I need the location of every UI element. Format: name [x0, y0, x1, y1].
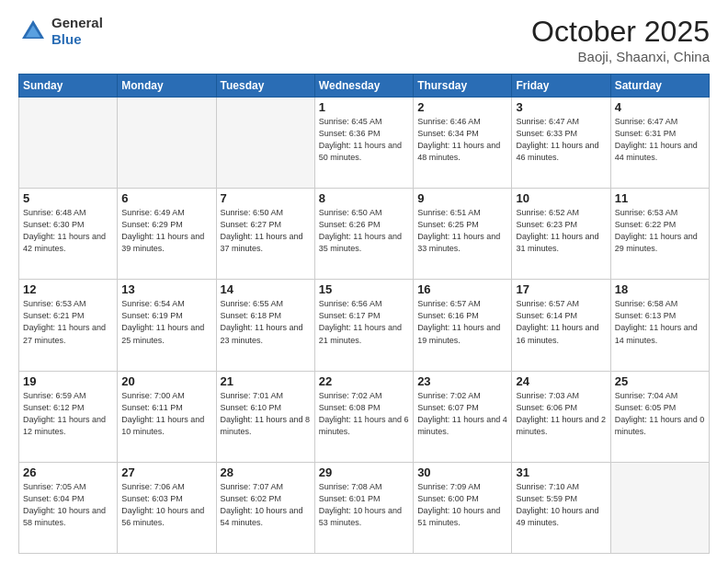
calendar-cell: 29Sunrise: 7:08 AM Sunset: 6:01 PM Dayli… [314, 462, 413, 553]
calendar-cell [118, 98, 216, 189]
day-info: Sunrise: 6:53 AM Sunset: 6:21 PM Dayligh… [23, 298, 113, 346]
calendar-cell: 2Sunrise: 6:46 AM Sunset: 6:34 PM Daylig… [414, 98, 512, 189]
day-number: 26 [23, 465, 113, 479]
day-info: Sunrise: 7:06 AM Sunset: 6:03 PM Dayligh… [121, 481, 211, 529]
day-info: Sunrise: 7:00 AM Sunset: 6:11 PM Dayligh… [121, 390, 211, 438]
day-number: 8 [319, 191, 409, 205]
calendar-cell: 21Sunrise: 7:01 AM Sunset: 6:10 PM Dayli… [216, 371, 314, 462]
logo: General Blue [18, 15, 103, 48]
day-number: 9 [417, 191, 507, 205]
day-info: Sunrise: 6:51 AM Sunset: 6:25 PM Dayligh… [417, 207, 507, 255]
calendar-cell: 30Sunrise: 7:09 AM Sunset: 6:00 PM Dayli… [414, 462, 512, 553]
calendar-cell: 5Sunrise: 6:48 AM Sunset: 6:30 PM Daylig… [19, 189, 118, 280]
day-info: Sunrise: 6:54 AM Sunset: 6:19 PM Dayligh… [121, 298, 211, 346]
day-number: 23 [417, 374, 507, 388]
title-block: October 2025 Baoji, Shaanxi, China [531, 15, 710, 64]
day-info: Sunrise: 6:50 AM Sunset: 6:26 PM Dayligh… [319, 207, 409, 255]
day-number: 13 [121, 282, 211, 296]
calendar-week-3: 19Sunrise: 6:59 AM Sunset: 6:12 PM Dayli… [19, 371, 710, 462]
day-number: 14 [221, 282, 311, 296]
logo-text: General Blue [51, 15, 103, 48]
col-saturday: Saturday [610, 75, 709, 98]
day-number: 1 [319, 100, 409, 114]
col-tuesday: Tuesday [216, 75, 314, 98]
day-info: Sunrise: 6:48 AM Sunset: 6:30 PM Dayligh… [23, 207, 113, 255]
calendar-cell: 4Sunrise: 6:47 AM Sunset: 6:31 PM Daylig… [610, 98, 709, 189]
day-info: Sunrise: 6:53 AM Sunset: 6:22 PM Dayligh… [615, 207, 705, 255]
calendar-cell: 18Sunrise: 6:58 AM Sunset: 6:13 PM Dayli… [610, 280, 709, 371]
calendar-cell: 8Sunrise: 6:50 AM Sunset: 6:26 PM Daylig… [314, 189, 413, 280]
calendar-cell: 26Sunrise: 7:05 AM Sunset: 6:04 PM Dayli… [19, 462, 118, 553]
day-info: Sunrise: 6:56 AM Sunset: 6:17 PM Dayligh… [319, 298, 409, 346]
day-number: 15 [319, 282, 409, 296]
day-info: Sunrise: 6:57 AM Sunset: 6:14 PM Dayligh… [516, 298, 606, 346]
day-number: 21 [221, 374, 311, 388]
calendar-cell: 25Sunrise: 7:04 AM Sunset: 6:05 PM Dayli… [610, 371, 709, 462]
day-number: 18 [615, 282, 705, 296]
day-number: 12 [23, 282, 113, 296]
day-info: Sunrise: 7:01 AM Sunset: 6:10 PM Dayligh… [221, 390, 311, 438]
calendar-cell: 20Sunrise: 7:00 AM Sunset: 6:11 PM Dayli… [118, 371, 216, 462]
calendar-cell: 13Sunrise: 6:54 AM Sunset: 6:19 PM Dayli… [118, 280, 216, 371]
day-info: Sunrise: 6:58 AM Sunset: 6:13 PM Dayligh… [615, 298, 705, 346]
calendar-week-4: 26Sunrise: 7:05 AM Sunset: 6:04 PM Dayli… [19, 462, 710, 553]
col-wednesday: Wednesday [314, 75, 413, 98]
day-number: 6 [121, 191, 211, 205]
day-info: Sunrise: 6:59 AM Sunset: 6:12 PM Dayligh… [23, 390, 113, 438]
calendar-cell: 28Sunrise: 7:07 AM Sunset: 6:02 PM Dayli… [216, 462, 314, 553]
col-monday: Monday [118, 75, 216, 98]
col-thursday: Thursday [414, 75, 512, 98]
logo-icon [18, 17, 48, 46]
day-number: 25 [615, 374, 705, 388]
day-number: 7 [221, 191, 311, 205]
calendar-cell: 24Sunrise: 7:03 AM Sunset: 6:06 PM Dayli… [512, 371, 610, 462]
day-info: Sunrise: 6:55 AM Sunset: 6:18 PM Dayligh… [221, 298, 311, 346]
calendar-header-row: Sunday Monday Tuesday Wednesday Thursday… [19, 75, 710, 98]
day-info: Sunrise: 7:10 AM Sunset: 5:59 PM Dayligh… [516, 481, 606, 529]
day-number: 31 [516, 465, 606, 479]
day-number: 2 [417, 100, 507, 114]
day-info: Sunrise: 6:47 AM Sunset: 6:33 PM Dayligh… [516, 116, 606, 164]
calendar-cell: 22Sunrise: 7:02 AM Sunset: 6:08 PM Dayli… [314, 371, 413, 462]
day-info: Sunrise: 7:03 AM Sunset: 6:06 PM Dayligh… [516, 390, 606, 438]
day-info: Sunrise: 7:08 AM Sunset: 6:01 PM Dayligh… [319, 481, 409, 529]
day-number: 11 [615, 191, 705, 205]
day-info: Sunrise: 6:46 AM Sunset: 6:34 PM Dayligh… [417, 116, 507, 164]
day-number: 17 [516, 282, 606, 296]
day-number: 30 [417, 465, 507, 479]
day-info: Sunrise: 6:49 AM Sunset: 6:29 PM Dayligh… [121, 207, 211, 255]
calendar-cell: 3Sunrise: 6:47 AM Sunset: 6:33 PM Daylig… [512, 98, 610, 189]
header: General Blue October 2025 Baoji, Shaanxi… [18, 15, 710, 64]
calendar-cell: 16Sunrise: 6:57 AM Sunset: 6:16 PM Dayli… [414, 280, 512, 371]
day-number: 16 [417, 282, 507, 296]
calendar-cell: 27Sunrise: 7:06 AM Sunset: 6:03 PM Dayli… [118, 462, 216, 553]
calendar-cell [216, 98, 314, 189]
day-info: Sunrise: 6:52 AM Sunset: 6:23 PM Dayligh… [516, 207, 606, 255]
day-info: Sunrise: 7:02 AM Sunset: 6:08 PM Dayligh… [319, 390, 409, 438]
day-number: 22 [319, 374, 409, 388]
calendar-cell: 10Sunrise: 6:52 AM Sunset: 6:23 PM Dayli… [512, 189, 610, 280]
calendar-cell: 23Sunrise: 7:02 AM Sunset: 6:07 PM Dayli… [414, 371, 512, 462]
month-title: October 2025 [531, 15, 710, 49]
calendar-cell [19, 98, 118, 189]
day-number: 24 [516, 374, 606, 388]
calendar-cell: 31Sunrise: 7:10 AM Sunset: 5:59 PM Dayli… [512, 462, 610, 553]
logo-blue: Blue [51, 31, 82, 47]
day-number: 5 [23, 191, 113, 205]
calendar-cell: 12Sunrise: 6:53 AM Sunset: 6:21 PM Dayli… [19, 280, 118, 371]
location: Baoji, Shaanxi, China [531, 49, 710, 64]
day-number: 3 [516, 100, 606, 114]
day-number: 4 [615, 100, 705, 114]
calendar-week-1: 5Sunrise: 6:48 AM Sunset: 6:30 PM Daylig… [19, 189, 710, 280]
col-friday: Friday [512, 75, 610, 98]
calendar-cell: 1Sunrise: 6:45 AM Sunset: 6:36 PM Daylig… [314, 98, 413, 189]
logo-general: General [51, 15, 103, 30]
day-number: 10 [516, 191, 606, 205]
calendar-cell: 17Sunrise: 6:57 AM Sunset: 6:14 PM Dayli… [512, 280, 610, 371]
day-info: Sunrise: 7:09 AM Sunset: 6:00 PM Dayligh… [417, 481, 507, 529]
day-number: 28 [221, 465, 311, 479]
page: General Blue October 2025 Baoji, Shaanxi… [0, 0, 728, 563]
calendar-cell [610, 462, 709, 553]
calendar-cell: 19Sunrise: 6:59 AM Sunset: 6:12 PM Dayli… [19, 371, 118, 462]
calendar-cell: 15Sunrise: 6:56 AM Sunset: 6:17 PM Dayli… [314, 280, 413, 371]
